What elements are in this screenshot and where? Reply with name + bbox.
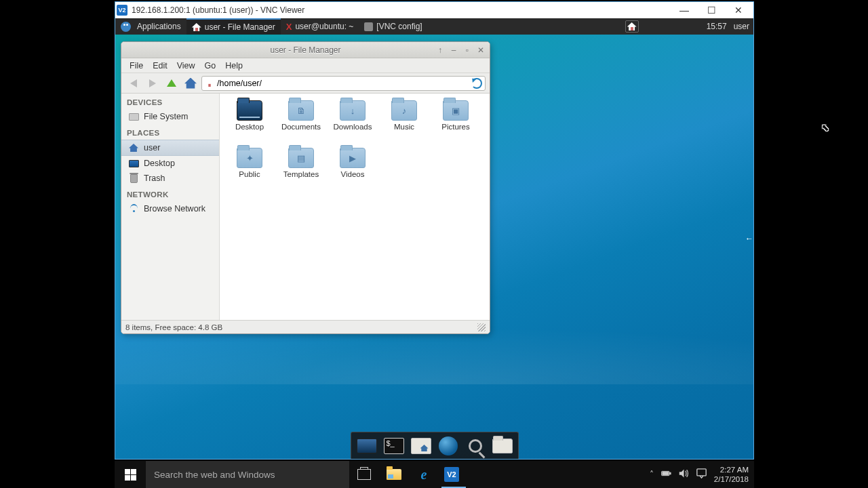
sidebar-item-desktop[interactable]: Desktop — [121, 156, 219, 171]
dock-folder[interactable] — [491, 435, 514, 457]
panel-tray-home[interactable] — [625, 20, 639, 33]
task-view-button[interactable] — [349, 461, 379, 488]
tray-battery-icon[interactable] — [661, 468, 671, 481]
menu-file[interactable]: File — [125, 60, 147, 72]
tray-date: 2/17/2018 — [714, 474, 749, 484]
folder-label: Templates — [283, 170, 319, 178]
dock-search[interactable] — [464, 435, 487, 457]
fm-maximize-button[interactable]: ▫ — [461, 45, 473, 56]
tray-overflow-button[interactable]: ˄ — [650, 470, 654, 479]
folder-public[interactable]: ✦Public — [224, 148, 275, 195]
menu-help[interactable]: Help — [221, 60, 247, 72]
taskbar-item-file-manager[interactable]: user - File Manager — [186, 18, 281, 35]
path-text: /home/user/ — [217, 79, 262, 88]
sidebar-item-browse-network[interactable]: Browse Network — [121, 201, 219, 216]
close-button[interactable]: ✕ — [725, 3, 752, 18]
folder-documents[interactable]: 🗎Documents — [275, 100, 327, 148]
panel-handle-icon[interactable]: ← — [745, 234, 753, 243]
nav-back-button[interactable] — [125, 76, 142, 91]
home-icon — [184, 78, 197, 89]
music-icon: ♪ — [392, 101, 416, 120]
nav-home-button[interactable] — [182, 76, 199, 91]
search-placeholder: Search the web and Windows — [154, 470, 275, 480]
applications-menu[interactable]: Applications — [115, 18, 186, 35]
taskbar-label: [VNC config] — [376, 22, 422, 31]
menu-go[interactable]: Go — [201, 60, 220, 72]
document-icon: 🗎 — [289, 101, 313, 120]
svg-rect-1 — [669, 472, 671, 474]
dock-show-desktop[interactable] — [355, 435, 378, 457]
nav-forward-button[interactable] — [144, 76, 161, 91]
tray-notifications-icon[interactable] — [696, 468, 707, 481]
search-icon — [469, 439, 482, 453]
folder-icon: ✦ — [237, 148, 262, 168]
sidebar-heading-network: NETWORK — [121, 186, 219, 201]
fm-content-area[interactable]: Desktop 🗎Documents ↓Downloads ♪Music ▣Pi… — [220, 94, 490, 320]
folder-templates[interactable]: ▤Templates — [275, 148, 327, 195]
xfce-logo-icon — [121, 22, 131, 32]
trash-icon — [130, 174, 138, 183]
minimize-button[interactable]: — — [671, 3, 698, 18]
start-button[interactable] — [115, 461, 146, 488]
vnc-viewer-window: V2 192.168.1.200:1 (ubuntu:1 (user)) - V… — [115, 1, 754, 460]
sidebar-item-user[interactable]: user — [121, 140, 219, 156]
remote-desktop[interactable]: Applications user - File Manager X user@… — [115, 18, 753, 459]
folder-downloads[interactable]: ↓Downloads — [327, 100, 378, 148]
folder-icon: ↓ — [340, 100, 366, 121]
monitor-icon — [129, 160, 139, 167]
maximize-button[interactable]: ☐ — [698, 3, 725, 18]
taskbar-edge[interactable]: e — [409, 461, 439, 488]
sidebar-item-label: Browse Network — [144, 204, 205, 214]
tray-volume-icon[interactable] — [679, 468, 689, 481]
sidebar-item-filesystem[interactable]: File System — [121, 109, 219, 124]
xfce-dock: $_ — [351, 432, 519, 459]
file-manager-window: user - File Manager ↑ – ▫ ✕ File Edit Vi… — [121, 41, 490, 334]
taskbar-label: user - File Manager — [205, 22, 275, 32]
reload-icon[interactable] — [471, 78, 482, 89]
fm-menu-up-button[interactable]: ↑ — [434, 45, 446, 56]
folder-label: Videos — [341, 170, 365, 178]
fm-sidebar: DEVICES File System PLACES user Desktop — [121, 94, 220, 320]
taskbar-file-explorer[interactable] — [379, 461, 409, 488]
fm-toolbar: /home/user/ — [121, 73, 490, 94]
windows-logo-icon — [125, 469, 136, 481]
folder-desktop[interactable]: Desktop — [224, 100, 275, 148]
videos-icon: ▶ — [340, 148, 365, 167]
folder-icon: ▶ — [340, 148, 366, 168]
folder-icon: ▤ — [288, 148, 314, 168]
taskbar-vnc-viewer[interactable]: V2 — [439, 461, 469, 488]
folder-label: Documents — [281, 123, 321, 131]
vnc-titlebar[interactable]: V2 192.168.1.200:1 (ubuntu:1 (user)) - V… — [115, 2, 753, 18]
dock-file-manager[interactable] — [410, 435, 433, 457]
taskbar-search[interactable]: Search the web and Windows — [146, 461, 349, 488]
folder-label: Downloads — [334, 123, 372, 131]
dock-web-browser[interactable] — [437, 435, 460, 457]
folder-videos[interactable]: ▶Videos — [327, 148, 378, 195]
sidebar-item-label: user — [144, 143, 160, 152]
nav-up-button[interactable] — [163, 76, 180, 91]
vnc-app-icon: V2 — [117, 5, 127, 16]
sidebar-heading-devices: DEVICES — [121, 94, 219, 109]
windows-taskbar: Search the web and Windows e V2 ˄ 2:27 A… — [115, 461, 754, 488]
taskbar-item-terminal[interactable]: X user@ubuntu: ~ — [281, 18, 359, 35]
menu-edit[interactable]: Edit — [149, 60, 172, 72]
taskbar-item-vnc-config[interactable]: [VNC config] — [359, 18, 427, 35]
tray-clock[interactable]: 2:27 AM 2/17/2018 — [714, 465, 749, 484]
file-explorer-icon — [387, 469, 401, 480]
home-icon — [192, 23, 201, 31]
panel-clock: 15:57 — [707, 22, 727, 31]
folder-music[interactable]: ♪Music — [378, 100, 430, 148]
menu-view[interactable]: View — [173, 60, 199, 72]
sidebar-item-trash[interactable]: Trash — [121, 171, 219, 186]
path-bar[interactable]: /home/user/ — [201, 76, 486, 91]
fm-close-button[interactable]: ✕ — [475, 45, 487, 56]
fm-titlebar[interactable]: user - File Manager ↑ – ▫ ✕ — [121, 42, 490, 58]
folder-pictures[interactable]: ▣Pictures — [430, 100, 481, 148]
svg-rect-2 — [663, 472, 669, 475]
folder-icon: ♪ — [391, 100, 417, 121]
panel-user[interactable]: user — [734, 22, 749, 31]
fm-minimize-button[interactable]: – — [448, 45, 460, 56]
task-view-icon — [357, 469, 371, 480]
resize-grip[interactable] — [477, 323, 486, 331]
dock-terminal[interactable]: $_ — [382, 435, 406, 457]
